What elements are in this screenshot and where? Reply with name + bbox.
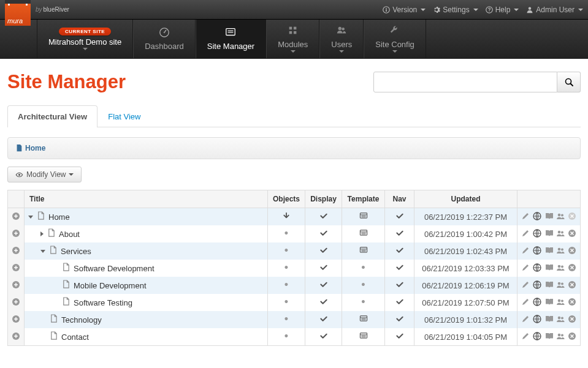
permissions-button[interactable] [556, 212, 565, 222]
template-icon [359, 247, 368, 256]
edit-button[interactable] [521, 280, 530, 291]
edit-button[interactable] [521, 332, 530, 342]
edit-button[interactable] [521, 263, 530, 274]
preview-button[interactable] [533, 332, 541, 342]
edit-button[interactable] [521, 246, 530, 257]
list-icon [224, 27, 237, 40]
delete-button[interactable] [568, 263, 576, 274]
page-title-link[interactable]: About [59, 230, 80, 239]
updated-cell: 06/21/2019 1:01:32 PM [414, 311, 517, 328]
tab-flat[interactable]: Flat View [97, 105, 151, 127]
add-child-button[interactable] [12, 230, 20, 239]
permissions-button[interactable] [556, 263, 565, 274]
expand-icon[interactable] [40, 231, 44, 236]
preview-button[interactable] [533, 298, 541, 308]
updated-cell: 06/21/2019 1:22:37 PM [414, 208, 517, 226]
add-child-button[interactable] [12, 282, 20, 291]
help-menu[interactable]: Help [486, 6, 519, 14]
permissions-button[interactable] [556, 280, 565, 291]
history-button[interactable] [544, 263, 553, 274]
edit-button[interactable] [521, 315, 530, 325]
nav-users[interactable]: Users [319, 20, 364, 58]
nav-dashboard[interactable]: Dashboard [133, 20, 196, 58]
page-title-link[interactable]: Software Testing [74, 298, 132, 307]
mura-logo[interactable]: mura [5, 0, 31, 26]
caret-icon [514, 9, 519, 11]
col-objects: Objects [267, 190, 305, 208]
page-title-link[interactable]: Software Development [74, 264, 155, 273]
check-icon [395, 264, 404, 273]
template-icon [359, 212, 368, 222]
view-tabs: Architectural View Flat View [7, 105, 581, 127]
tab-architectural[interactable]: Architectural View [7, 105, 97, 127]
info-icon [383, 6, 390, 13]
table-row: Home 06/21/2019 1:22:37 PM [8, 208, 581, 226]
edit-button[interactable] [521, 298, 530, 308]
caret-icon [473, 9, 478, 11]
history-button[interactable] [544, 332, 553, 342]
version-menu[interactable]: Version [383, 6, 426, 14]
preview-button[interactable] [533, 280, 541, 291]
dot-icon: • [284, 244, 288, 257]
add-child-button[interactable] [12, 265, 20, 274]
preview-button[interactable] [533, 315, 541, 325]
page-title-link[interactable]: Services [61, 247, 91, 256]
add-child-button[interactable] [12, 333, 20, 342]
page-title-link[interactable]: Mobile Development [74, 281, 147, 290]
delete-button[interactable] [568, 280, 576, 291]
arrow-down-icon[interactable] [282, 212, 291, 222]
history-button[interactable] [544, 246, 553, 257]
table-row: Software Testing • • 06/21/2019 12:07:50… [8, 294, 581, 311]
search-input[interactable] [373, 72, 557, 92]
updated-cell: 06/21/2019 1:04:05 PM [414, 328, 517, 346]
collapse-icon[interactable] [40, 250, 45, 253]
nav-modules[interactable]: Modules [266, 20, 319, 58]
delete-button[interactable] [568, 246, 576, 257]
check-icon [319, 264, 328, 273]
delete-button[interactable] [568, 229, 576, 239]
history-button[interactable] [544, 298, 553, 308]
page-icon [49, 246, 57, 257]
users-icon [335, 25, 348, 38]
history-button[interactable] [544, 229, 553, 239]
history-button[interactable] [544, 315, 553, 325]
template-icon [359, 315, 368, 325]
brand-link[interactable]: blueRiver [44, 6, 69, 13]
search-button[interactable] [557, 72, 581, 92]
history-button[interactable] [544, 280, 553, 291]
history-button[interactable] [544, 212, 553, 222]
breadcrumb-home[interactable]: Home [25, 144, 45, 152]
add-child-button[interactable] [12, 299, 20, 308]
nav-site-config[interactable]: Site Config [364, 20, 426, 58]
current-site-switcher[interactable]: CURRENT SITE Mitrahsoft Demo site [37, 20, 133, 58]
delete-button[interactable] [568, 298, 576, 308]
preview-button[interactable] [533, 212, 541, 222]
add-child-button[interactable] [12, 213, 20, 222]
page-title-link[interactable]: Home [48, 212, 70, 222]
settings-menu[interactable]: Settings [433, 6, 478, 14]
delete-button[interactable] [568, 315, 576, 325]
page-title-link[interactable]: Contact [61, 332, 89, 342]
col-nav: Nav [385, 190, 414, 208]
permissions-button[interactable] [556, 229, 565, 239]
caret-icon [421, 9, 426, 11]
page-icon [50, 314, 58, 325]
collapse-icon[interactable] [28, 216, 33, 219]
check-icon [319, 298, 328, 307]
permissions-button[interactable] [556, 298, 565, 308]
permissions-button[interactable] [556, 315, 565, 325]
preview-button[interactable] [533, 246, 541, 257]
permissions-button[interactable] [556, 332, 565, 342]
edit-button[interactable] [521, 229, 530, 239]
add-child-button[interactable] [12, 247, 20, 257]
nav-site-manager[interactable]: Site Manager [196, 20, 266, 58]
modify-view-button[interactable]: Modify View [7, 167, 82, 182]
permissions-button[interactable] [556, 246, 565, 257]
add-child-button[interactable] [12, 316, 20, 325]
preview-button[interactable] [533, 263, 541, 274]
preview-button[interactable] [533, 229, 541, 239]
user-menu[interactable]: Admin User [526, 6, 583, 14]
edit-button[interactable] [521, 212, 530, 222]
page-title-link[interactable]: Technology [61, 315, 102, 325]
delete-button[interactable] [568, 332, 576, 342]
